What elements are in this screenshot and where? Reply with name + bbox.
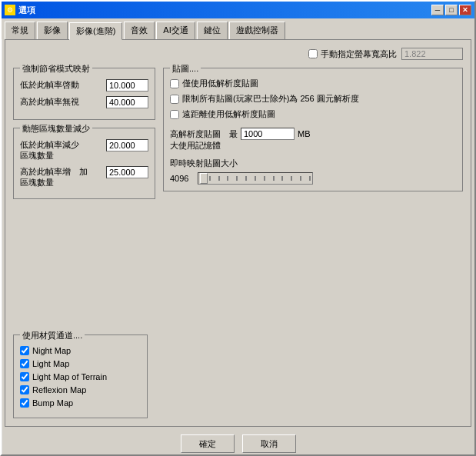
slider-dot [227,176,228,181]
high-res-row: 高解析度貼圖 最 MB [170,128,456,140]
tab-video-advanced[interactable]: 影像(進階) [69,22,122,40]
lod-row-1: 低於此幀率啓動 [20,79,148,92]
ok-button[interactable]: 確定 [181,434,235,453]
tabs-bar: 常規 影像 影像(進階) 音效 AI交通 鍵位 遊戲控制器 [2,18,474,39]
material-item-1: Light Map [20,359,141,368]
content-area: 手動指定螢幕寬高比 強制節省模式映射 低於此幀率啓動 高於此幀率無視 [5,39,471,427]
dynamic-group-label: 動態區塊數量減少 [20,123,92,135]
high-res-section: 高解析度貼圖 最 MB 大使用記憶體 [170,128,456,151]
lod-group-label: 強制節省模式映射 [20,63,92,75]
dynamic-row-2: 高於此幀率增 加 區塊數量 [20,166,148,188]
texture-group: 貼圖.... 僅使用低解析度貼圖 限制所有貼圖(玩家巴士除外)為 256 圓元解… [163,68,463,191]
dynamic-value-2[interactable] [106,166,148,178]
material-label-2: Light Map of Terrain [32,372,107,381]
texture-checkbox-2[interactable] [170,95,179,104]
texture-checkbox-1[interactable] [170,79,179,88]
right-panel: 貼圖.... 僅使用低解析度貼圖 限制所有貼圖(玩家巴士除外)為 256 圓元解… [163,68,463,324]
high-res-value[interactable] [241,128,295,140]
texture-check-label-3: 遠距離使用低解析度貼圖 [182,108,275,120]
dynamic-row-1: 低於此幀率減少 區塊數量 [20,139,148,161]
material-section: 使用材質通道.... Night Map Light Map Light Map… [13,327,463,418]
material-label-4: Bump Map [32,398,73,408]
dynamic-group: 動態區塊數量減少 低於此幀率減少 區塊數量 高於此幀率增 加 區塊數量 [13,128,155,199]
slider-dot [300,176,301,181]
tab-controller[interactable]: 遊戲控制器 [229,22,285,39]
texture-check-label-1: 僅使用低解析度貼圖 [182,78,258,89]
instant-map-section: 即時映射貼圖大小 4096 [170,158,456,185]
texture-check-2: 限制所有貼圖(玩家巴士除外)為 256 圓元解析度 [170,93,456,105]
material-checkbox-2[interactable] [20,372,29,381]
tab-ai-traffic[interactable]: AI交通 [156,22,195,39]
aspect-ratio-option: 手動指定螢幕寬高比 [308,48,397,60]
lod-group: 強制節省模式映射 低於此幀率啓動 高於此幀率無視 [13,68,155,120]
texture-check-1: 僅使用低解析度貼圖 [170,78,456,89]
top-row: 手動指定螢幕寬高比 [13,48,463,60]
tab-video[interactable]: 影像 [37,22,68,39]
title-bar: ⚙ 選項 ─ □ ✕ [2,2,474,18]
material-checkbox-4[interactable] [20,398,29,408]
slider-dot [273,176,275,181]
high-res-label2: MB [298,129,311,138]
material-item-2: Light Map of Terrain [20,372,141,381]
slider-dot [264,176,265,181]
aspect-ratio-label: 手動指定螢幕寬高比 [321,48,397,60]
texture-checkbox-3[interactable] [170,110,179,119]
high-res-label3: 大使用記憶體 [170,140,456,151]
texture-check-3: 遠距離使用低解析度貼圖 [170,108,456,120]
cancel-button[interactable]: 取消 [242,434,296,453]
minimize-button[interactable]: ─ [431,5,444,15]
slider-dot [309,176,311,181]
material-label-1: Light Map [32,359,69,368]
material-item-0: Night Map [20,346,141,355]
material-item-3: Reflexion Map [20,385,141,394]
high-res-label1: 高解析度貼圖 最 [170,128,238,140]
material-checkbox-1[interactable] [20,359,29,368]
slider-dot [218,176,220,181]
aspect-ratio-checkbox[interactable] [308,49,318,58]
bottom-buttons: 確定 取消 [2,430,474,454]
dynamic-label-1: 低於此幀率減少 區塊數量 [20,139,106,161]
slider-container: 4096 [170,172,456,185]
material-checkbox-0[interactable] [20,346,29,355]
slider-dot [255,176,256,181]
slider-dot [236,176,238,181]
tab-keybinds[interactable]: 鍵位 [197,22,228,39]
close-button[interactable]: ✕ [459,5,471,15]
dynamic-value-1[interactable] [106,139,148,151]
slider-dots [200,176,311,181]
slider-thumb[interactable] [200,173,208,184]
material-group-label: 使用材質通道.... [20,330,85,341]
material-group: 使用材質通道.... Night Map Light Map Light Map… [13,335,148,418]
maximize-button[interactable]: □ [445,5,458,15]
slider-track[interactable] [198,172,313,185]
tab-general[interactable]: 常規 [5,22,35,39]
instant-map-title: 即時映射貼圖大小 [170,158,456,169]
material-item-4: Bump Map [20,398,141,408]
slider-dot [281,176,283,181]
dynamic-label-2: 高於此幀率增 加 區塊數量 [20,166,106,188]
texture-check-label-2: 限制所有貼圖(玩家巴士除外)為 256 圓元解析度 [182,93,359,105]
lod-label-2: 高於此幀率無視 [20,96,106,107]
slider-dot [291,176,292,181]
material-label-3: Reflexion Map [32,385,86,394]
title-buttons: ─ □ ✕ [431,5,471,15]
window-icon: ⚙ [5,5,15,15]
slider-dot [245,176,247,181]
lod-label-1: 低於此幀率啓動 [20,79,106,90]
lod-row-2: 高於此幀率無視 [20,96,148,108]
main-window: ⚙ 選項 ─ □ ✕ 常規 影像 影像(進階) 音效 AI交通 鍵位 遊戲控制器… [0,0,476,456]
material-label-0: Night Map [32,346,71,355]
left-panel: 強制節省模式映射 低於此幀率啓動 高於此幀率無視 動態區塊數量減少 低於此幀率減… [13,68,155,324]
material-checkbox-3[interactable] [20,385,29,394]
tab-audio[interactable]: 音效 [124,22,155,39]
texture-group-label: 貼圖.... [170,63,201,75]
lod-value-2[interactable] [106,96,148,108]
slider-dot [209,176,211,181]
lod-value-1[interactable] [106,79,148,92]
title-bar-left: ⚙ 選項 [5,5,35,16]
window-title: 選項 [18,5,35,16]
main-columns: 強制節省模式映射 低於此幀率啓動 高於此幀率無視 動態區塊數量減少 低於此幀率減… [13,68,463,324]
slider-value: 4096 [170,174,193,183]
aspect-ratio-value[interactable] [401,48,463,60]
